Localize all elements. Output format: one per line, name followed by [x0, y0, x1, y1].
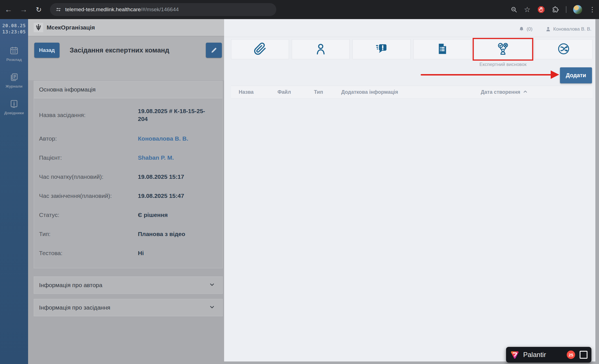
annotation-arrow — [421, 74, 551, 75]
adblock-icon[interactable] — [537, 6, 545, 13]
table-header: НазваФайлТипДодаткова інформаціяДата ств… — [231, 86, 593, 99]
document-list-icon — [436, 42, 449, 56]
palantir-widget[interactable]: Palantir 25 — [506, 347, 591, 363]
field-value: 19.08.2025 # К-18-15-25-204 — [138, 107, 211, 123]
sidebar-item-label: Журнали — [6, 84, 22, 88]
field-value-link[interactable]: Shaban P. M. — [138, 154, 211, 162]
url-bar[interactable]: telemed-test.medlink.healthcare/#/msek/1… — [50, 3, 276, 16]
sidebar-clock: 20.08.25 13:23:05 — [0, 23, 28, 35]
field-value: Ні — [138, 249, 211, 257]
notifications-count: (0) — [527, 26, 532, 32]
widget-title: Palantir — [523, 351, 546, 359]
user-icon — [545, 26, 551, 32]
main-info-card: Основна інформація Назва засідання:19.08… — [34, 81, 223, 268]
info-field-row: Час початку(плановий):19.08.2025 15:17 — [39, 168, 222, 186]
field-label: Статус: — [39, 212, 138, 218]
info-field-row: Автор:Коновалова В. В. — [39, 130, 222, 148]
collapsible-label: Інформація про засідання — [39, 304, 110, 311]
menu-dots-icon[interactable]: ⋮ — [589, 6, 596, 13]
column-label: Додаткова інформація — [341, 89, 398, 95]
collapsible-section[interactable]: Інформація про засідання — [34, 299, 223, 316]
screen: ← → ↻ telemed-test.medlink.healthcare/#/… — [0, 0, 599, 364]
divider — [224, 37, 595, 37]
column-header-3[interactable]: Тип — [314, 86, 323, 99]
forward-icon[interactable]: → — [18, 6, 29, 13]
field-value: Планова з відео — [138, 230, 211, 238]
add-button[interactable]: Додати — [560, 67, 592, 83]
divider — [566, 6, 566, 13]
backdrop-strip — [595, 19, 599, 364]
info-field-row: Назва засідання:19.08.2025 # К-18-15-25-… — [39, 102, 222, 129]
tab-shuffle[interactable] — [535, 39, 593, 59]
sidebar-item-handbook[interactable]: Довідники — [0, 99, 28, 115]
app-title: МсекОрганізація — [47, 24, 95, 31]
paperclip-icon — [254, 42, 267, 56]
left-panel: МсекОрганізація Назад Засідання експертн… — [28, 19, 224, 364]
extensions-icon[interactable] — [552, 6, 559, 13]
tab-document-list[interactable] — [413, 39, 471, 59]
notifications[interactable]: (0) — [519, 26, 532, 32]
column-label: Назва — [239, 89, 254, 95]
edit-button[interactable] — [206, 43, 222, 58]
zoom-icon[interactable] — [511, 6, 517, 13]
tab-expert-conclusion[interactable] — [474, 39, 532, 59]
palantir-logo-icon — [510, 350, 520, 360]
sidebar-date: 20.08.25 — [0, 23, 28, 29]
info-field-row: Пацієнт:Shaban P. M. — [39, 149, 222, 167]
back-button[interactable]: Назад — [34, 43, 60, 58]
bell-icon — [519, 26, 524, 32]
widget-badge: 25 — [567, 351, 575, 359]
column-header-4[interactable]: Додаткова інформація — [341, 86, 398, 99]
user-name: Коновалова В. В. — [553, 26, 591, 32]
column-header-2[interactable]: Файл — [277, 86, 291, 99]
reload-icon[interactable]: ↻ — [33, 6, 44, 13]
page-title: Засідання експертних команд — [70, 43, 169, 58]
window-icon[interactable] — [580, 351, 587, 359]
field-label: Час початку(плановий): — [39, 173, 138, 180]
person-icon — [314, 42, 327, 56]
content-panel: (0) Коновалова В. В. Експертний висновок… — [224, 19, 595, 361]
sidebar-item-journals[interactable]: Журнали — [0, 72, 28, 88]
url-domain: telemed-test.medlink.healthcare — [65, 6, 141, 12]
column-label: Файл — [277, 89, 291, 95]
back-icon[interactable]: ← — [3, 6, 14, 13]
collapsible-section[interactable]: Інформація про автора — [34, 276, 223, 294]
field-value-link[interactable]: Коновалова В. В. — [138, 135, 211, 143]
pencil-icon — [210, 47, 217, 54]
column-label: Дата створення — [481, 89, 520, 95]
url-path: /#/msek/146644 — [141, 6, 179, 12]
field-value: 19.08.2025 15:17 — [138, 173, 211, 181]
field-label: Тип: — [39, 231, 138, 237]
sidebar-item-label: Довідники — [4, 111, 24, 115]
field-label: Автор: — [39, 135, 138, 142]
bookmark-star-icon[interactable]: ☆ — [524, 6, 530, 13]
chevron-down-icon — [209, 281, 215, 289]
annotation-arrow-head — [551, 70, 559, 79]
expert-conclusion-icon — [496, 42, 509, 56]
field-label: Назва засідання: — [39, 112, 138, 118]
info-field-row: Тестова:Ні — [39, 244, 222, 262]
app-header: МсекОрганізація — [28, 19, 224, 36]
collapsible-label: Інформація про автора — [39, 282, 102, 289]
tab-paperclip[interactable] — [231, 39, 289, 59]
sidebar-item-calendar[interactable]: Розклад — [0, 46, 28, 62]
sort-asc-icon — [523, 89, 528, 96]
field-value: Є рішення — [138, 211, 211, 219]
tab-chat-alert[interactable] — [352, 39, 410, 59]
sidebar-item-label: Розклад — [6, 58, 22, 62]
info-field-row: Тип:Планова з відео — [39, 225, 222, 243]
site-settings-icon[interactable] — [56, 7, 61, 12]
field-label: Тестова: — [39, 250, 138, 257]
column-header-1[interactable]: Назва — [239, 86, 254, 99]
field-value: 19.08.2025 15:47 — [138, 192, 211, 200]
journals-icon — [9, 72, 19, 83]
shuffle-icon — [557, 42, 570, 56]
column-header-5[interactable]: Дата створення — [481, 86, 528, 99]
user-menu[interactable]: Коновалова В. В. — [545, 26, 591, 32]
caduceus-icon — [34, 23, 43, 32]
browser-toolbar: ← → ↻ telemed-test.medlink.healthcare/#/… — [0, 0, 599, 19]
main-info-title: Основна інформація — [34, 81, 222, 98]
info-field-row: Час закінчення(плановий):19.08.2025 15:4… — [39, 187, 222, 205]
tab-person[interactable] — [292, 39, 350, 59]
profile-avatar[interactable] — [573, 5, 582, 14]
